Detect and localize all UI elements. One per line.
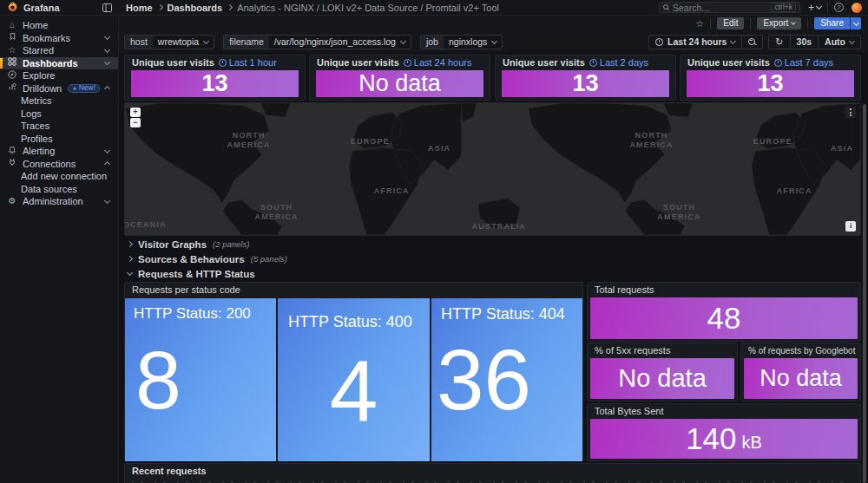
avatar[interactable] [852, 3, 862, 13]
row-visitor-graphs[interactable]: Visitor Graphs (2 panels) [124, 238, 861, 251]
chevron-right-icon [157, 4, 163, 10]
search-input[interactable] [673, 3, 767, 13]
chevron-down-icon[interactable] [104, 59, 110, 65]
panel-title[interactable]: Unique user visits Last 1 hour [125, 55, 305, 69]
export-button[interactable]: Export [757, 17, 801, 29]
drilldown-icon [7, 82, 17, 94]
panel-title[interactable]: Total Bytes Sent [588, 404, 860, 418]
dashboard-grid: Unique user visits Last 1 hour 13 Unique… [119, 52, 868, 483]
stat-value: No data [760, 365, 842, 392]
map-zoom-in-button[interactable]: + [130, 108, 141, 117]
http-status-200-card: HTTP Status: 200 8 [125, 298, 276, 461]
panel-title[interactable]: % of 5xx requests [588, 343, 737, 357]
sidebar-item-drilldown[interactable]: Drilldown New! [0, 82, 118, 95]
breadcrumb: Home Dashboards Analytics - NGINX / LOKI… [119, 3, 499, 13]
http-status-404-card: HTTP Status: 404 36 [431, 298, 582, 461]
world-map[interactable]: NORTH AMERICA SOUTH AMERICA EUROPE AFRIC… [125, 103, 860, 235]
sidebar-item-dashboards[interactable]: Dashboards [0, 57, 118, 70]
sidebar-item-explore[interactable]: Explore [0, 69, 118, 82]
dashboards-grid-icon [7, 57, 17, 69]
panel-total-bytes-sent: Total Bytes Sent 140 kB [587, 403, 861, 461]
new-button[interactable]: + [808, 3, 821, 13]
clock-icon [655, 38, 663, 46]
time-shortcut-link[interactable]: Last 2 days [589, 56, 648, 69]
edit-button[interactable]: Edit [717, 17, 744, 29]
gear-icon: ⚙ [7, 196, 17, 206]
chevron-down-icon[interactable] [104, 198, 110, 204]
card-label: HTTP Status: 400 [288, 313, 412, 331]
divider [827, 3, 828, 13]
sidebar-item-profiles[interactable]: Profiles [0, 133, 118, 146]
time-shortcut-link[interactable]: Last 24 hours [404, 56, 472, 69]
stat-value-bg: No data [590, 358, 734, 399]
star-dashboard-icon[interactable]: ☆ [695, 19, 704, 29]
refresh-icon: ↻ [775, 37, 783, 47]
map-zoom-controls: + − [130, 108, 141, 128]
chevron-down-icon[interactable] [104, 47, 110, 53]
sidebar-item-starred[interactable]: ☆ Starred [0, 44, 118, 57]
share-button[interactable]: Share [814, 17, 850, 29]
panel-title[interactable]: Total requests [588, 283, 860, 297]
share-menu-button[interactable] [850, 17, 861, 29]
stat-value: 13 [572, 70, 598, 97]
panel-title[interactable]: Recent requests [125, 464, 860, 478]
panel-title[interactable]: Requests per status code [125, 283, 582, 297]
variable-host-select[interactable]: wrewtopia [153, 36, 214, 49]
row-sources-behaviours[interactable]: Sources & Behaviours (5 panels) [124, 252, 861, 265]
panel-menu-kebab-icon[interactable] [845, 107, 856, 118]
panel-title[interactable]: % of requests by Googlebot [741, 343, 860, 357]
sidebar-item-connections[interactable]: Connections [0, 158, 118, 171]
chevron-down-icon [730, 37, 736, 43]
row-requests-http-status[interactable]: Requests & HTTP Status [124, 267, 861, 280]
chevron-up-icon[interactable] [104, 161, 110, 167]
panel-title[interactable]: Unique user visits Last 24 hours [310, 55, 490, 69]
variable-filename-select[interactable]: /var/log/nginx/json_access.log [269, 36, 411, 49]
dashboard-toolbar: ☆ Edit Export Share [119, 16, 868, 31]
map-zoom-out-button[interactable]: − [130, 118, 141, 127]
sidebar-item-bookmarks[interactable]: Bookmarks [0, 32, 118, 45]
new-badge: New! [68, 84, 100, 93]
chevron-down-icon[interactable] [104, 34, 110, 40]
help-icon[interactable]: ? [834, 3, 844, 12]
stat-value-bg: 140 kB [590, 419, 858, 459]
grafana-logo[interactable] [7, 1, 18, 14]
sidebar-item-administration[interactable]: ⚙ Administration [0, 195, 118, 208]
chevron-down-icon [791, 20, 796, 25]
map-label: AUSTRALIA [472, 222, 527, 231]
variable-job-select[interactable]: nginxlogs [444, 36, 502, 49]
chevron-right-icon [127, 241, 133, 247]
panel-unique-visits-1h: Unique user visits Last 1 hour 13 [124, 55, 306, 101]
auto-refresh-picker[interactable]: Auto [818, 36, 860, 49]
chevron-up-icon[interactable] [104, 86, 110, 92]
panel-requests-per-status-code: Requests per status code HTTP Status: 20… [124, 282, 583, 461]
chevron-down-icon[interactable] [104, 147, 110, 153]
scrollbar[interactable] [863, 104, 866, 483]
panel-title[interactable]: Unique user visits Last 2 days [496, 55, 675, 69]
chevron-down-icon [203, 37, 209, 43]
stat-value: No data [358, 70, 441, 97]
time-shortcut-link[interactable]: Last 7 days [774, 56, 833, 69]
sidebar-item-logs[interactable]: Logs [0, 108, 118, 121]
map-attribution-info-icon[interactable]: i [845, 221, 856, 232]
sidebar-item-metrics[interactable]: Metrics [0, 95, 118, 108]
sidebar-item-traces[interactable]: Traces [0, 120, 118, 133]
time-shortcut-link[interactable]: Last 1 hour [219, 56, 277, 69]
sidebar-item-alerting[interactable]: Alerting [0, 145, 118, 158]
variable-filename: filename /var/log/nginx/json_access.log [223, 35, 411, 49]
sidebar-item-add-new-connection[interactable]: Add new connection [0, 170, 118, 183]
sidebar-toggle-icon[interactable] [102, 3, 112, 12]
panel-pct-googlebot-requests: % of requests by Googlebot No data [740, 343, 861, 401]
breadcrumb-home[interactable]: Home [126, 3, 153, 13]
panel-title[interactable]: Unique user visits Last 7 days [681, 55, 860, 69]
stat-value-bg: 13 [502, 70, 669, 97]
refresh-button[interactable]: ↻ [769, 36, 789, 49]
time-range-picker[interactable]: Last 24 hours [649, 36, 741, 49]
sidebar-item-home[interactable]: ⌂ Home [0, 19, 118, 32]
breadcrumb-current: Analytics - NGINX / LOKI v2+ Data Source… [237, 3, 499, 13]
zoom-out-time-button[interactable] [741, 36, 762, 49]
search-box[interactable]: ctrl+k [659, 2, 800, 13]
sidebar-item-data-sources[interactable]: Data sources [0, 183, 118, 196]
breadcrumb-dashboards[interactable]: Dashboards [168, 3, 223, 13]
refresh-interval[interactable]: 30s [790, 36, 819, 49]
map-label: AMERICA [657, 212, 700, 221]
